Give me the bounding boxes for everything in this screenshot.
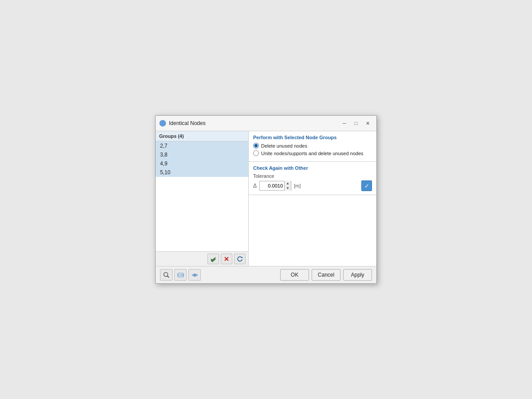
group-item-3[interactable]: 4,9 [156,159,248,168]
minimize-button[interactable]: ─ [339,118,350,128]
bottom-bar: 0.00 OK Cancel Apply [156,266,376,283]
apply-button[interactable]: Apply [343,269,372,281]
radio-delete-unused[interactable]: Delete unused nodes [253,143,372,149]
bottom-bar-tools: 0.00 [160,269,278,281]
refresh-button[interactable] [234,254,246,264]
maximize-button[interactable]: □ [351,118,361,128]
identical-nodes-dialog: Identical Nodes ─ □ ✕ Groups (4) 2,7 3,8… [155,115,377,284]
group-item-1[interactable]: 2,7 [156,141,248,150]
select-all-icon [210,256,216,262]
group-item-2[interactable]: 3,8 [156,150,248,159]
svg-point-8 [164,272,168,276]
unit-label: [m] [294,183,301,188]
check-again-section: Check Again with Other Tolerance Δ ▲ ▼ [… [249,162,376,195]
radio-unite-label: Unite nodes/supports and delete unused n… [261,151,364,156]
svg-text:0.00: 0.00 [177,274,184,277]
right-content-area [249,195,376,266]
app-icon [159,120,166,127]
check-confirm-icon: ✓ [364,183,369,189]
perform-section-title: Perform with Selected Node Groups [253,135,372,140]
spin-down-button[interactable]: ▼ [285,186,291,191]
left-toolbar [156,251,248,266]
bottom-bar-buttons: OK Cancel Apply [280,269,372,281]
delta-symbol: Δ [253,183,257,189]
cancel-button[interactable]: Cancel [312,269,340,281]
select-all-button[interactable] [207,254,219,264]
groups-list: 2,7 3,8 4,9 5,10 [156,141,248,251]
visibility-tool-button[interactable] [188,269,201,281]
perform-section: Perform with Selected Node Groups Delete… [249,131,376,162]
right-panel: Perform with Selected Node Groups Delete… [249,131,376,266]
search-icon [163,272,170,278]
radio-unite-input[interactable] [253,150,259,156]
tolerance-input-wrap: ▲ ▼ [259,181,291,191]
tolerance-row: Δ ▲ ▼ [m] ✓ [253,180,372,191]
spin-up-button[interactable]: ▲ [285,181,291,186]
window-controls: ─ □ ✕ [339,118,373,128]
left-panel: Groups (4) 2,7 3,8 4,9 5,10 [156,131,249,266]
refresh-icon [237,256,243,262]
numbering-icon: 0.00 [177,272,184,278]
radio-delete-input[interactable] [253,143,259,149]
groups-header: Groups (4) [156,131,248,141]
numbering-tool-button[interactable]: 0.00 [174,269,187,281]
radio-delete-label: Delete unused nodes [261,143,307,149]
tolerance-label: Tolerance [253,173,372,179]
tolerance-input[interactable] [260,181,284,190]
deselect-button[interactable] [221,254,232,264]
radio-unite[interactable]: Unite nodes/supports and delete unused n… [253,150,372,156]
svg-line-9 [167,276,169,278]
spin-buttons: ▲ ▼ [284,181,291,191]
deselect-icon [223,256,230,262]
visibility-icon [192,272,198,278]
check-again-title: Check Again with Other [253,165,372,171]
title-bar: Identical Nodes ─ □ ✕ [156,116,376,131]
dialog-body: Groups (4) 2,7 3,8 4,9 5,10 [156,131,376,266]
search-tool-button[interactable] [160,269,172,281]
dialog-title: Identical Nodes [169,120,336,126]
group-item-4[interactable]: 5,10 [156,168,248,177]
ok-button[interactable]: OK [280,269,309,281]
check-confirm-button[interactable]: ✓ [361,180,372,191]
close-button[interactable]: ✕ [362,118,373,128]
